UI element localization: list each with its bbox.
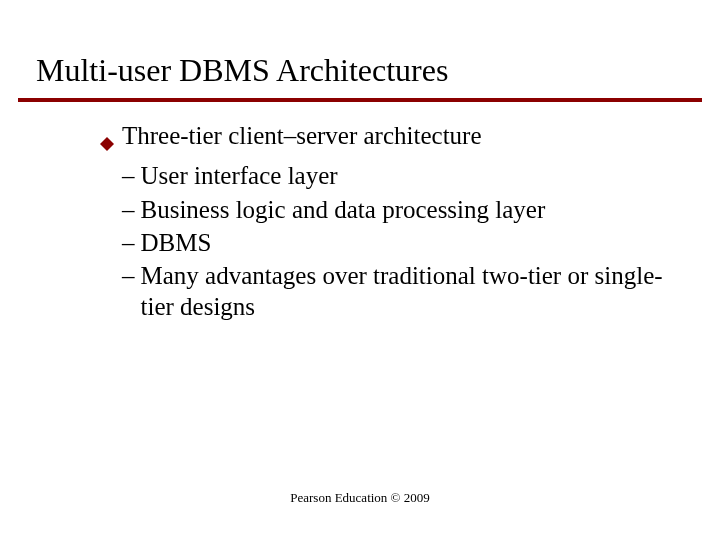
sub-item: – User interface layer xyxy=(122,160,680,191)
dash-icon: – xyxy=(122,227,135,258)
body-content: Three-tier client–server architecture – … xyxy=(100,120,680,323)
slide: Multi-user DBMS Architectures Three-tier… xyxy=(0,0,720,540)
sub-item-text: DBMS xyxy=(141,227,681,258)
svg-marker-0 xyxy=(100,137,114,151)
dash-icon: – xyxy=(122,160,135,191)
dash-icon: – xyxy=(122,194,135,225)
sub-item-text: Many advantages over traditional two-tie… xyxy=(141,260,681,323)
dash-icon: – xyxy=(122,260,135,291)
diamond-bullet-icon xyxy=(100,127,114,158)
bullet-text: Three-tier client–server architecture xyxy=(122,120,680,151)
bullet-item: Three-tier client–server architecture xyxy=(100,120,680,158)
sub-item: – Many advantages over traditional two-t… xyxy=(122,260,680,323)
sub-item-text: User interface layer xyxy=(141,160,681,191)
page-title: Multi-user DBMS Architectures xyxy=(36,52,448,89)
sub-list: – User interface layer – Business logic … xyxy=(122,160,680,322)
sub-item: – Business logic and data processing lay… xyxy=(122,194,680,225)
title-underline xyxy=(18,98,702,102)
sub-item-text: Business logic and data processing layer xyxy=(141,194,681,225)
sub-item: – DBMS xyxy=(122,227,680,258)
footer-copyright: Pearson Education © 2009 xyxy=(0,490,720,506)
